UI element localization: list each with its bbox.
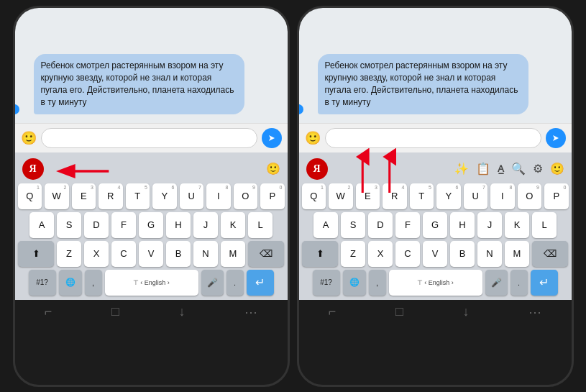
key-c-left[interactable]: C (111, 241, 136, 267)
globe-key-left[interactable]: 🌐 (59, 270, 82, 296)
key-f-left[interactable]: F (111, 212, 136, 238)
space-key-left[interactable]: ⊤ ‹ English › (105, 270, 198, 296)
home-nav-left[interactable]: □ (111, 304, 119, 319)
chat-area-left: Ребенок смотрел растерянным взором на эт… (15, 8, 288, 123)
key-e-left[interactable]: 3E (72, 183, 96, 209)
magic-icon-right[interactable]: ✨ (454, 162, 469, 176)
backspace-key-right[interactable]: ⌫ (532, 241, 568, 267)
menu-nav-left[interactable]: ⋯ (244, 304, 257, 320)
key-v-left[interactable]: V (139, 241, 163, 267)
key-b-right[interactable]: B (450, 241, 475, 267)
search-icon-right[interactable]: 🔍 (511, 162, 526, 176)
key-f-right[interactable]: F (395, 212, 420, 238)
comma-key-left[interactable]: , (85, 270, 102, 296)
home-nav-right[interactable]: □ (395, 304, 403, 319)
menu-nav-right[interactable]: ⋯ (528, 304, 541, 320)
nav-bar-right: ⌐ □ ↓ ⋯ (299, 300, 572, 323)
key-q-right[interactable]: 1Q (302, 183, 326, 209)
key-x-right[interactable]: X (368, 241, 393, 267)
key-m-right[interactable]: M (505, 241, 529, 267)
hash-key-right[interactable]: #1? (313, 270, 340, 296)
enter-key-right[interactable]: ↵ (531, 270, 558, 296)
text-input-left[interactable] (41, 128, 257, 148)
key-x-left[interactable]: X (84, 241, 109, 267)
key-q-left[interactable]: 1Q (18, 183, 42, 209)
nav-bar-left: ⌐ □ ↓ ⋯ (15, 300, 288, 323)
backspace-key-left[interactable]: ⌫ (248, 241, 284, 267)
key-i-left[interactable]: 8I (206, 183, 231, 209)
key-w-left[interactable]: 2W (45, 183, 69, 209)
key-a-left[interactable]: A (29, 212, 54, 238)
hash-key-left[interactable]: #1? (29, 270, 56, 296)
key-u-left[interactable]: 7U (180, 183, 204, 209)
text-input-right[interactable] (325, 128, 541, 148)
key-i-right[interactable]: 8I (490, 183, 515, 209)
back-nav-left[interactable]: ⌐ (45, 304, 52, 319)
emoji-btn-right[interactable]: 🙂 (305, 130, 321, 146)
key-a-right[interactable]: A (313, 212, 338, 238)
send-btn-left[interactable] (262, 128, 282, 148)
yandex-logo-left[interactable]: Я (22, 158, 44, 180)
key-s-right[interactable]: S (341, 212, 365, 238)
key-l-right[interactable]: L (532, 212, 557, 238)
zxcv-row-right: ⬆ Z X C V B N M ⌫ (302, 241, 569, 267)
key-z-right[interactable]: Z (341, 241, 365, 267)
key-t-right[interactable]: 5T (410, 183, 434, 209)
message-bubble-right: Ребенок смотрел растерянным взором на эт… (318, 54, 528, 114)
mic-key-left[interactable]: 🎤 (201, 270, 224, 296)
key-j-right[interactable]: J (477, 212, 502, 238)
send-btn-right[interactable] (546, 128, 566, 148)
key-y-left[interactable]: 6Y (152, 183, 177, 209)
key-u-right[interactable]: 7U (464, 183, 488, 209)
red-arrow-right (340, 146, 412, 204)
key-j-left[interactable]: J (193, 212, 218, 238)
key-l-left[interactable]: L (248, 212, 273, 238)
key-o-right[interactable]: 9O (518, 183, 542, 209)
key-h-left[interactable]: H (166, 212, 191, 238)
key-s-left[interactable]: S (57, 212, 81, 238)
shift-key-right[interactable]: ⬆ (302, 241, 338, 267)
yandex-logo-right[interactable]: Я (306, 158, 328, 180)
key-o-left[interactable]: 9O (234, 183, 258, 209)
recent-nav-left[interactable]: ↓ (178, 304, 185, 319)
key-n-left[interactable]: N (193, 241, 218, 267)
key-d-right[interactable]: D (368, 212, 393, 238)
left-phone-wrapper: Ребенок смотрел растерянным взором на эт… (13, 6, 290, 387)
key-y-right[interactable]: 6Y (436, 183, 461, 209)
key-r-left[interactable]: 4R (99, 183, 123, 209)
key-v-right[interactable]: V (423, 241, 447, 267)
key-d-left[interactable]: D (84, 212, 109, 238)
mic-key-right[interactable]: 🎤 (485, 270, 508, 296)
enter-key-left[interactable]: ↵ (247, 270, 274, 296)
number-row-left: 1Q 2W 3E 4R 5T 6Y 7U 8I 9O 0P (18, 183, 285, 209)
period-key-right[interactable]: . (511, 270, 528, 296)
key-n-right[interactable]: N (477, 241, 502, 267)
key-g-left[interactable]: G (139, 212, 163, 238)
left-phone: Ребенок смотрел растерянным взором на эт… (13, 6, 290, 387)
key-p-right[interactable]: 0P (544, 183, 569, 209)
space-key-right[interactable]: ⊤ ‹ English › (389, 270, 482, 296)
key-b-left[interactable]: B (166, 241, 191, 267)
back-nav-right[interactable]: ⌐ (329, 304, 337, 319)
key-p-left[interactable]: 0P (260, 183, 285, 209)
key-k-left[interactable]: K (221, 212, 245, 238)
emoji-toolbar-right[interactable]: 🙂 (550, 162, 564, 176)
globe-key-right[interactable]: 🌐 (343, 270, 366, 296)
asdf-row-right: A S D F G H J K L (302, 212, 569, 238)
key-z-left[interactable]: Z (57, 241, 81, 267)
shift-key-left[interactable]: ⬆ (18, 241, 54, 267)
key-k-right[interactable]: K (505, 212, 529, 238)
key-h-right[interactable]: H (450, 212, 475, 238)
period-key-left[interactable]: . (226, 270, 244, 296)
emoji-toolbar-left[interactable]: 🙂 (266, 162, 280, 176)
key-c-right[interactable]: C (395, 241, 420, 267)
clipboard-icon-right[interactable]: 📋 (476, 162, 490, 176)
emoji-btn-left[interactable]: 🙂 (21, 130, 37, 146)
recent-nav-right[interactable]: ↓ (462, 304, 469, 319)
key-t-left[interactable]: 5T (126, 183, 150, 209)
translate-icon-right[interactable]: A̲ (498, 163, 504, 174)
comma-key-right[interactable]: , (369, 270, 386, 296)
key-g-right[interactable]: G (423, 212, 447, 238)
key-m-left[interactable]: M (221, 241, 245, 267)
settings-icon-right[interactable]: ⚙ (533, 162, 543, 176)
